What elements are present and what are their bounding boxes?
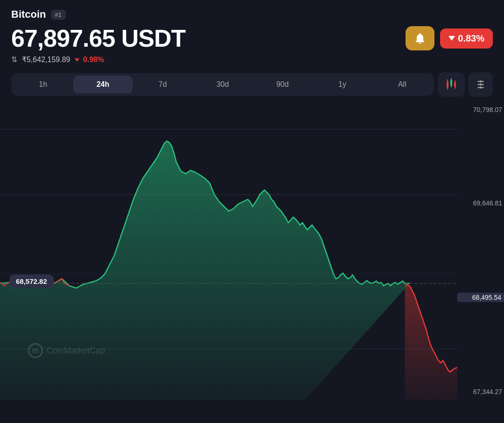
chart-area: 70,798.07 69,646.81 68,495.54 67,344.27 …: [0, 101, 504, 400]
inr-price: ₹5,642,159.89: [22, 55, 70, 64]
watermark-text: CoinMarketCap: [47, 346, 105, 356]
tri-down-icon: [75, 58, 79, 62]
price-label-top: 70,798.07: [457, 106, 504, 113]
chart-type-button[interactable]: [438, 72, 465, 97]
exchange-arrows-icon: ⇅: [11, 55, 17, 64]
tab-90d[interactable]: 90d: [253, 76, 312, 93]
timeframe-tabs: 1h 24h 7d 30d 90d 1y All: [11, 73, 434, 96]
svg-rect-0: [447, 81, 448, 88]
price-main: 67,897.65 USDT: [11, 24, 185, 52]
tab-1h[interactable]: 1h: [14, 76, 72, 93]
svg-point-10: [480, 84, 482, 85]
rank-badge: #1: [51, 10, 66, 20]
chart-tooltip: 68,572.82: [9, 275, 54, 288]
svg-point-9: [480, 80, 482, 82]
change-badge: 0.83%: [440, 28, 493, 49]
tab-30d[interactable]: 30d: [193, 76, 252, 93]
chart-price-labels: 70,798.07 69,646.81 68,495.54 67,344.27: [457, 101, 504, 400]
watermark-icon: m: [28, 343, 43, 358]
svg-rect-6: [454, 82, 456, 87]
price-label-mid: 68,495.54: [457, 293, 504, 302]
down-arrow-icon: [448, 36, 455, 41]
coin-name: Bitcoin: [11, 8, 46, 21]
price-label-bottom: 67,344.27: [457, 388, 504, 395]
price-label-mid-upper: 69,646.81: [457, 199, 504, 207]
bell-button[interactable]: [406, 26, 434, 50]
inr-change-pct: 0.98%: [75, 56, 104, 64]
watermark: m CoinMarketCap: [28, 343, 105, 358]
settings-button[interactable]: [469, 72, 493, 97]
tab-24h[interactable]: 24h: [73, 76, 132, 93]
tab-all[interactable]: All: [373, 76, 432, 93]
tab-7d[interactable]: 7d: [133, 76, 192, 93]
svg-point-11: [480, 86, 482, 88]
change-pct: 0.83%: [458, 33, 484, 44]
tab-1y[interactable]: 1y: [313, 76, 371, 93]
svg-rect-3: [450, 80, 452, 85]
